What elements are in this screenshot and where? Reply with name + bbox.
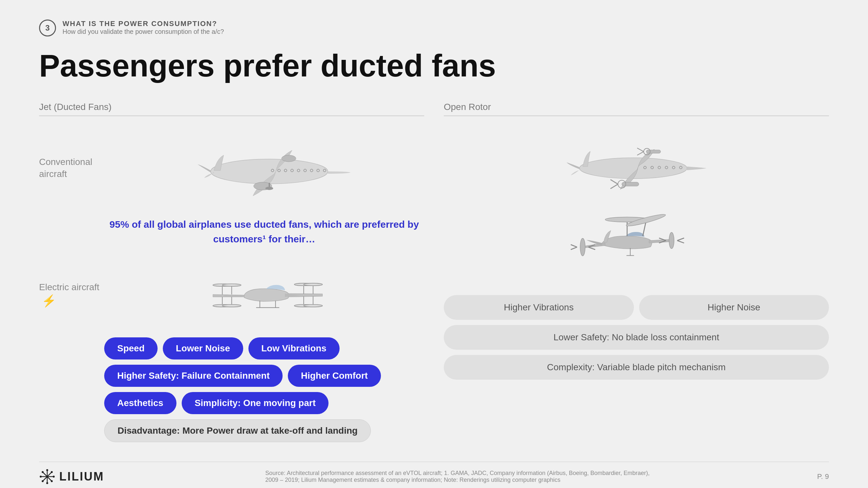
svg-line-63 (677, 240, 684, 243)
svg-point-70 (46, 469, 48, 471)
footer-source: Source: Architectural performance assess… (265, 470, 656, 483)
left-col-divider (39, 116, 424, 116)
question-text: WHAT IS THE POWER CONSUMPTION? How did y… (63, 20, 224, 35)
svg-point-54 (580, 238, 585, 256)
turboprop-svg (555, 132, 718, 197)
jet-aircraft-image (114, 132, 424, 204)
svg-point-77 (42, 480, 43, 482)
main-title: Passengers prefer ducted fans (39, 50, 829, 82)
lightning-icon: ⚡ (42, 294, 56, 307)
svg-line-52 (643, 222, 646, 236)
badge-higher-noise: Higher Noise (639, 295, 829, 320)
svg-rect-40 (646, 150, 661, 153)
page: 3 WHAT IS THE POWER CONSUMPTION? How did… (0, 0, 868, 488)
conventional-rotor-image (444, 132, 829, 197)
footer-logo: LILIUM (39, 468, 104, 485)
right-col-header: Open Rotor (444, 102, 829, 112)
badge-disadvantage: Disadvantage: More Power draw at take-of… (104, 419, 371, 442)
badge-complexity: Complexity: Variable blade pitch mechani… (444, 355, 829, 380)
right-badge-row-1: Higher Vibrations Higher Noise (444, 295, 829, 320)
badge-lower-noise: Lower Noise (163, 337, 243, 359)
evtol-aircraft-image (114, 259, 424, 331)
right-column: Open Rotor (444, 102, 829, 442)
svg-line-39 (611, 184, 618, 189)
right-col-divider (444, 116, 829, 116)
svg-line-55 (571, 245, 577, 247)
svg-point-19 (222, 284, 241, 286)
badge-aesthetics: Aesthetics (104, 392, 177, 414)
electric-aircraft-label: Electric aircraft ⚡ (39, 282, 104, 308)
svg-line-38 (611, 180, 618, 184)
conventional-aircraft-label: Conventional aircraft (39, 156, 104, 180)
badge-higher-vibrations: Higher Vibrations (444, 295, 634, 320)
conventional-aircraft-section: Conventional aircraft (39, 132, 424, 204)
svg-rect-36 (622, 182, 639, 186)
svg-point-31 (304, 304, 322, 307)
tiltrotor-image (444, 210, 829, 275)
svg-line-42 (637, 148, 644, 152)
right-badges: Higher Vibrations Higher Noise Lower Saf… (444, 295, 829, 380)
svg-point-73 (53, 476, 55, 478)
badge-lower-safety: Lower Safety: No blade loss containment (444, 325, 829, 350)
question-header: 3 WHAT IS THE POWER CONSUMPTION? How did… (39, 20, 829, 36)
svg-line-43 (637, 152, 644, 155)
badges-container: Speed Lower Noise Low Vibrations Higher … (39, 337, 424, 442)
svg-point-72 (40, 476, 42, 478)
svg-point-59 (669, 232, 674, 249)
badge-low-vibrations: Low Vibrations (248, 337, 340, 359)
svg-point-75 (51, 480, 53, 482)
lilium-brand-name: LILIUM (59, 470, 104, 483)
rotor-images (444, 132, 829, 275)
svg-line-62 (677, 238, 684, 240)
svg-rect-4 (282, 157, 296, 160)
badge-simplicity: Simplicity: One moving part (182, 392, 329, 414)
badge-higher-safety: Higher Safety: Failure Containment (104, 365, 283, 387)
electric-aircraft-section: Electric aircraft ⚡ (39, 259, 424, 331)
question-subtitle: How did you validate the power consumpti… (63, 28, 224, 35)
question-title: WHAT IS THE POWER CONSUMPTION? (63, 20, 224, 28)
left-col-header: Jet (Ducted Fans) (39, 102, 424, 112)
lilium-icon (39, 468, 55, 485)
svg-point-74 (42, 471, 43, 473)
footer-page: P. 9 (817, 473, 829, 481)
question-number: 3 (39, 20, 56, 36)
jet-svg (188, 132, 351, 204)
left-column: Jet (Ducted Fans) Conventional aircraft (39, 102, 424, 442)
svg-point-15 (265, 187, 273, 190)
svg-point-76 (51, 471, 53, 473)
footer: LILIUM Source: Architectural performance… (39, 462, 829, 485)
svg-line-56 (571, 247, 577, 250)
content-area: Jet (Ducted Fans) Conventional aircraft (39, 102, 829, 442)
svg-point-27 (304, 283, 322, 286)
badge-higher-comfort: Higher Comfort (288, 365, 381, 387)
tiltrotor-svg (555, 210, 718, 275)
svg-point-71 (46, 482, 48, 484)
highlight-text: 95% of all global airplanes use ducted f… (39, 217, 424, 246)
svg-line-58 (588, 247, 595, 250)
evtol-svg (188, 259, 351, 331)
svg-point-23 (222, 304, 241, 307)
badge-speed: Speed (104, 337, 158, 359)
